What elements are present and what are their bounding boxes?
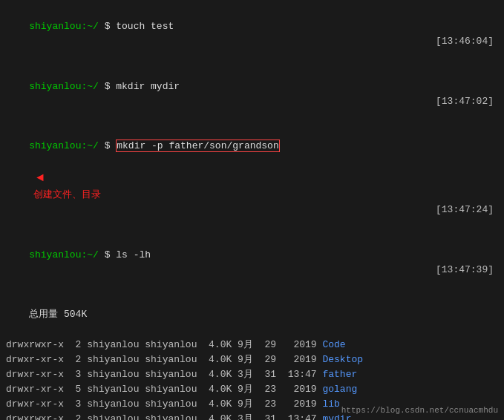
prompt-3: shiyanlou:~/	[29, 140, 99, 151]
timestamp-4: [13:47:39]	[436, 263, 494, 278]
timestamp-3: [13:47:24]	[436, 203, 494, 217]
cmd-3-boxed: mkdir -p father/son/grandson	[116, 140, 279, 152]
terminal: shiyanlou:~/ $ touch test [13:46:04] shi…	[0, 0, 504, 420]
total-line: 总用量 504K	[6, 292, 498, 337]
annotation-create: 创建文件、目录	[33, 188, 101, 200]
prompt-2: shiyanlou:~/	[29, 81, 99, 92]
ls-row-0: drwxrwxr-x 2 shiyanlou shiyanlou 4.0K 9月…	[6, 338, 498, 352]
prompt-1: shiyanlou:~/	[29, 21, 99, 32]
cmd-2: $ mkdir mydir	[99, 81, 180, 92]
prompt-4: shiyanlou:~/	[29, 249, 99, 260]
cmd-line-3: shiyanlou:~/ $ mkdir -p father/son/grand…	[6, 124, 498, 233]
cmd-line-4: shiyanlou:~/ $ ls -lh [13:47:39]	[6, 233, 498, 293]
timestamp-1: [13:46:04]	[436, 34, 494, 49]
cmd-1: $ touch test	[99, 21, 174, 32]
footer-link: https://blog.csdn.net/ccnuacmhdu	[341, 404, 498, 417]
ls-row-1: drwxr-xr-x 2 shiyanlou shiyanlou 4.0K 9月…	[6, 352, 498, 367]
arrow-right-1: ◄	[36, 171, 44, 185]
cmd-line-1: shiyanlou:~/ $ touch test [13:46:04]	[6, 4, 498, 65]
timestamp-2: [13:47:02]	[436, 94, 494, 109]
cmd-3-prefix: $	[99, 140, 116, 151]
cmd-4: $ ls -lh	[99, 249, 151, 260]
ls-row-3: drwxr-xr-x 5 shiyanlou shiyanlou 4.0K 9月…	[6, 382, 498, 397]
ls-row-2: drwxr-xr-x 3 shiyanlou shiyanlou 4.0K 3月…	[6, 367, 498, 382]
total-text: 总用量 504K	[29, 309, 87, 320]
cmd-line-2: shiyanlou:~/ $ mkdir mydir [13:47:02]	[6, 65, 498, 125]
